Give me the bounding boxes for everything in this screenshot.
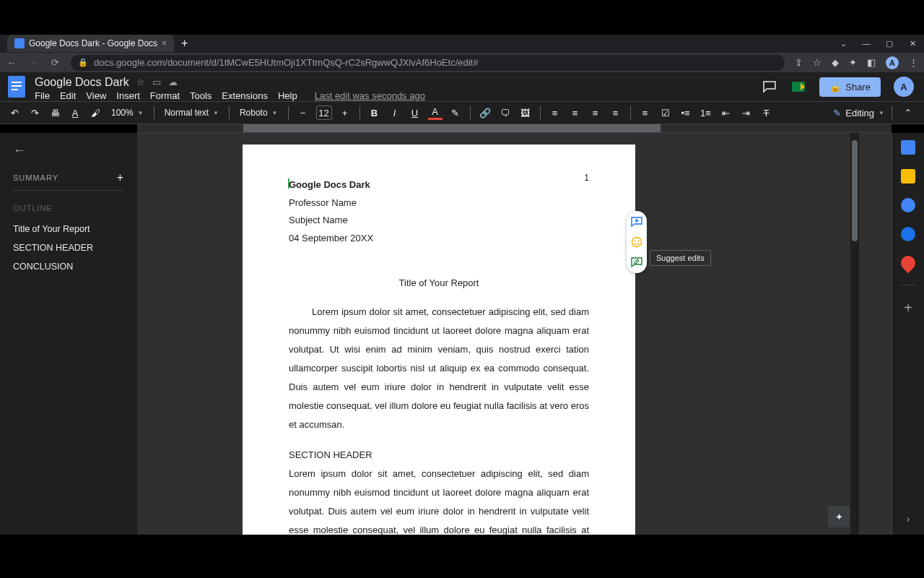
outline-item[interactable]: CONCLUSION xyxy=(13,257,124,276)
tasks-icon[interactable] xyxy=(901,198,915,212)
highlight-icon[interactable]: ✎ xyxy=(448,105,463,120)
underline-icon[interactable]: U xyxy=(408,105,422,120)
maps-icon[interactable] xyxy=(898,253,918,273)
star-icon[interactable]: ☆ xyxy=(136,77,145,87)
vertical-scrollbar[interactable] xyxy=(850,133,859,535)
paragraph-style-select[interactable]: Normal text▼ xyxy=(162,106,222,119)
bullet-list-icon[interactable]: •≡ xyxy=(679,105,693,120)
document-title[interactable]: Google Docs Dark xyxy=(35,76,129,89)
hide-menus-icon[interactable]: ⌃ xyxy=(899,108,917,118)
minimize-icon[interactable]: — xyxy=(855,39,878,48)
kebab-menu-icon[interactable]: ⋮ xyxy=(909,57,918,68)
outline-label: OUTLINE xyxy=(13,204,124,212)
comment-history-icon[interactable] xyxy=(762,79,777,95)
cloud-status-icon[interactable]: ☁ xyxy=(168,77,178,87)
menu-tools[interactable]: Tools xyxy=(190,90,212,101)
formatting-toolbar: ↶ ↷ 🖶 A 🖌 100%▼ Normal text▼ Roboto▼ − 1… xyxy=(0,101,924,124)
bold-icon[interactable]: B xyxy=(367,105,382,120)
add-summary-icon[interactable]: + xyxy=(117,171,124,184)
keep-icon[interactable] xyxy=(901,169,915,184)
sidepanel-icon[interactable]: ◧ xyxy=(867,57,876,68)
print-icon[interactable]: 🖶 xyxy=(48,105,62,120)
menu-help[interactable]: Help xyxy=(278,90,297,101)
redo-icon[interactable]: ↷ xyxy=(27,105,42,120)
checklist-icon[interactable]: ☑ xyxy=(658,105,673,120)
text-color-icon[interactable]: A xyxy=(428,105,443,120)
report-title: Title of Your Report xyxy=(289,274,589,293)
italic-icon[interactable]: I xyxy=(388,105,402,120)
tab-title: Google Docs Dark - Google Docs xyxy=(29,38,157,48)
spellcheck-icon[interactable]: A xyxy=(68,105,82,120)
document-page[interactable]: 1 Google Docs Dark Professor Name Subjec… xyxy=(243,144,635,535)
docs-logo-icon[interactable] xyxy=(7,74,26,99)
increase-indent-icon[interactable]: ⇥ xyxy=(739,105,754,120)
browser-avatar[interactable]: A xyxy=(886,56,899,69)
move-folder-icon[interactable]: ▭ xyxy=(152,77,161,87)
line-spacing-icon[interactable]: ≡ xyxy=(638,105,653,120)
svg-rect-1 xyxy=(12,82,22,83)
add-comment-icon[interactable]: 🗨 xyxy=(498,105,513,120)
emoji-reaction-icon[interactable] xyxy=(630,236,643,249)
new-tab-button[interactable]: + xyxy=(181,37,188,50)
numbered-list-icon[interactable]: 1≡ xyxy=(699,105,713,120)
align-center-icon[interactable]: ≡ xyxy=(568,105,583,120)
font-size-value[interactable]: 12 xyxy=(316,105,332,120)
align-left-icon[interactable]: ≡ xyxy=(548,105,562,120)
browser-tab[interactable]: Google Docs Dark - Google Docs × xyxy=(7,35,174,52)
close-window-icon[interactable]: ✕ xyxy=(901,39,924,48)
outline-item[interactable]: Title of Your Report xyxy=(13,220,124,238)
insert-link-icon[interactable]: 🔗 xyxy=(478,105,492,120)
menu-view[interactable]: View xyxy=(86,90,106,101)
menu-extensions[interactable]: Extensions xyxy=(222,90,268,101)
reload-icon[interactable]: ⟳ xyxy=(49,57,61,68)
svg-rect-2 xyxy=(12,85,22,87)
account-avatar[interactable]: A xyxy=(894,77,914,97)
horizontal-ruler[interactable] xyxy=(137,124,892,133)
menu-edit[interactable]: Edit xyxy=(60,90,76,101)
extension-icon-1[interactable]: ◆ xyxy=(832,57,839,68)
share-url-icon[interactable]: ⇪ xyxy=(795,57,803,68)
maximize-icon[interactable]: ▢ xyxy=(878,39,901,48)
side-separator xyxy=(901,285,915,285)
share-button[interactable]: 🔒 Share xyxy=(819,77,881,97)
close-tab-icon[interactable]: × xyxy=(162,38,167,48)
paint-format-icon[interactable]: 🖌 xyxy=(88,105,103,120)
decrease-indent-icon[interactable]: ⇤ xyxy=(719,105,733,120)
font-size-increase[interactable]: + xyxy=(338,105,352,120)
menu-format[interactable]: Format xyxy=(150,90,180,101)
align-right-icon[interactable]: ≡ xyxy=(588,105,603,120)
explore-button[interactable]: ✦ xyxy=(828,506,850,527)
chevron-down-icon[interactable]: ⌄ xyxy=(832,39,855,48)
frame-top xyxy=(0,0,924,35)
forward-icon[interactable]: → xyxy=(27,57,39,68)
hide-side-panel-icon[interactable]: › xyxy=(907,513,910,525)
calendar-icon[interactable] xyxy=(901,140,915,155)
browser-tab-strip: Google Docs Dark - Google Docs × + ⌄ — ▢… xyxy=(0,35,924,52)
close-outline-icon[interactable]: ← xyxy=(13,143,26,158)
document-canvas[interactable]: 1 Google Docs Dark Professor Name Subjec… xyxy=(137,133,892,535)
url-input[interactable]: 🔒 docs.google.com/document/d/1tMCwE5HUtm… xyxy=(71,55,785,71)
undo-icon[interactable]: ↶ xyxy=(7,105,22,120)
add-comment-bubble-icon[interactable] xyxy=(630,215,643,228)
editing-mode-select[interactable]: ✎ Editing ▼ xyxy=(833,108,884,118)
suggest-edits-tooltip: Suggest edits xyxy=(650,250,711,266)
doc-subject: Subject Name xyxy=(289,212,589,230)
menu-file[interactable]: File xyxy=(35,90,50,101)
contacts-icon[interactable] xyxy=(901,227,915,241)
menu-insert[interactable]: Insert xyxy=(116,90,140,101)
clear-formatting-icon[interactable]: T xyxy=(759,105,774,120)
meet-camera-icon[interactable] xyxy=(790,79,806,95)
extensions-puzzle-icon[interactable]: ✦ xyxy=(849,57,857,68)
bookmark-icon[interactable]: ☆ xyxy=(813,57,821,68)
get-addons-icon[interactable]: + xyxy=(904,300,912,316)
font-family-select[interactable]: Roboto▼ xyxy=(237,106,281,119)
back-icon[interactable]: ← xyxy=(6,57,17,68)
suggest-edits-icon[interactable] xyxy=(630,256,643,269)
insert-image-icon[interactable]: 🖼 xyxy=(518,105,533,120)
align-justify-icon[interactable]: ≡ xyxy=(609,105,623,120)
summary-label: SUMMARY xyxy=(13,173,58,182)
last-edit-link[interactable]: Last edit was seconds ago xyxy=(315,90,425,101)
font-size-decrease[interactable]: − xyxy=(296,105,310,120)
zoom-select[interactable]: 100%▼ xyxy=(108,106,147,119)
outline-item[interactable]: SECTION HEADER xyxy=(13,238,124,257)
